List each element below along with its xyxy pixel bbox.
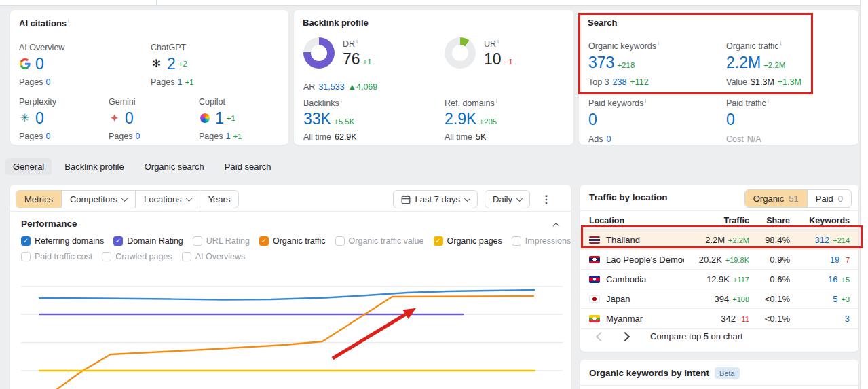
location-name: Thailand [606,235,640,245]
chart-mode-segmented-control: MetricsCompetitorsLocationsYears [16,190,239,208]
info-icon: i [645,97,646,104]
column-header-location[interactable]: Location [589,216,684,225]
ai-metric-pages-value[interactable]: 0 [135,132,140,141]
ai-metric-pages-value[interactable]: 1 [225,132,230,141]
paid-toggle[interactable]: Paid0 [807,190,851,207]
share-cell: <0.1% [749,314,790,324]
location-row-lao-people-s-democratic-reput[interactable]: Lao People's Democratic Reput20.2K+19.8K… [580,250,858,270]
keywords-by-intent-card: Organic keywords by intent Beta [580,360,858,389]
info-icon: i [497,38,499,45]
search-metric-change: +218 [617,61,635,69]
ai-citations-card: AI citationsi AI Overview0Pages0ChatGPT✻… [10,10,288,145]
granularity-label: Daily [493,194,512,204]
organic-toggle[interactable]: Organic51 [745,190,807,207]
more-options-kebab-icon[interactable]: ⋮ [537,191,556,207]
series-referring-domains [39,290,534,300]
ahrefs-rank-value[interactable]: 31,533 [318,82,344,92]
checkbox-referring-domains[interactable]: ✓Referring domains [21,236,104,246]
segment-metrics[interactable]: Metrics [16,191,61,208]
share-cell: <0.1% [749,294,790,304]
unchecked-checkbox-icon [102,252,111,261]
checked-checkbox-icon: ✓ [434,236,443,246]
toolbar-divider [10,211,571,212]
date-range-button[interactable]: Last 7 days [393,190,478,208]
checkbox-crawled-pages[interactable]: Crawled pages [102,252,172,261]
backlinks-change: +5.5K [334,117,354,126]
search-metric-value[interactable]: 0 [726,111,735,128]
compare-top5-link[interactable]: Compare top 5 on chart [650,331,743,341]
ai-metric-value[interactable]: 0 [35,56,44,72]
granularity-button[interactable]: Daily [485,190,530,208]
location-name: Myanmar [606,314,643,324]
column-header-keywords[interactable]: Keywords [790,216,850,225]
dr-value: 76 [343,50,360,68]
info-icon: i [768,97,769,104]
location-row-cambodia[interactable]: Cambodia12.9K+1170.6%16+5 [580,270,858,289]
cambodia-flag-icon [589,276,600,283]
japan-flag-icon [589,295,600,303]
checkbox-organic-traffic[interactable]: ✓Organic traffic [259,236,326,246]
tab-general[interactable]: General [5,158,52,175]
chevron-down-icon [185,195,192,202]
next-page-chevron-icon[interactable] [620,331,630,341]
tab-paid-search[interactable]: Paid search [217,158,279,175]
checkbox-organic-pages[interactable]: ✓Organic pages [434,236,502,246]
location-row-thailand[interactable]: Thailand2.2M+2.2M98.4%312+214 [580,230,858,250]
keywords-link[interactable]: 19 [830,255,839,265]
ref-domains-value[interactable]: 2.9K [445,110,476,128]
keywords-cell: 16+5 [790,274,850,284]
ur-value: 10 [484,50,502,68]
prev-page-chevron-icon[interactable] [596,331,605,341]
keywords-link[interactable]: 3 [845,314,850,324]
checkbox-ai-overviews[interactable]: AI Overviews [182,252,246,261]
checkbox-organic-traffic-value[interactable]: Organic traffic value [335,236,424,246]
ai-metric-value[interactable]: 2 [167,56,176,72]
checkbox-url-rating[interactable]: URL Rating [193,236,250,246]
top-row-divider [156,0,157,5]
scrollbar-track[interactable] [860,0,868,389]
ai-metric-pages-value[interactable]: 1 [177,77,182,87]
checked-checkbox-icon: ✓ [259,236,269,246]
ai-metric-pages-value[interactable]: 0 [45,132,50,141]
location-table: LocationTrafficShareKeywordsThailand2.2M… [580,212,858,329]
collapse-chevron-up-icon[interactable] [553,223,560,229]
ai-metric-value[interactable]: 1 [215,110,224,126]
info-icon: i [780,40,782,47]
column-header-share[interactable]: Share [749,216,790,225]
search-metric-paid-traffic: Paid traffici0CostN/A [726,97,769,144]
ai-metric-pages-value[interactable]: 0 [45,77,50,87]
chevron-down-icon [516,195,523,202]
keywords-link[interactable]: 312 [815,235,830,245]
search-metric-value[interactable]: 2.2M [726,54,761,71]
checkbox-paid-traffic-cost[interactable]: Paid traffic cost [21,252,92,261]
copilot-icon [199,113,210,124]
annotation-arrow [333,313,408,358]
backlinks-value[interactable]: 33K [303,110,331,128]
ai-metric-value[interactable]: 0 [35,110,44,126]
search-metric-value[interactable]: 0 [588,111,597,128]
segment-locations[interactable]: Locations [135,191,200,208]
location-name: Cambodia [606,274,646,284]
tab-backlink-profile[interactable]: Backlink profile [57,158,131,175]
checkbox-impressions[interactable]: Impressions [512,236,571,246]
checkbox-domain-rating[interactable]: ✓Domain Rating [113,236,183,246]
ai-metric-value[interactable]: 0 [125,110,134,126]
location-row-japan[interactable]: Japan394+108<0.1%5+3 [580,289,858,309]
keywords-link[interactable]: 5 [833,294,837,304]
keywords-link[interactable]: 16 [828,274,837,284]
checkbox-label: Organic pages [447,236,502,246]
gemini-icon: ✦ [109,113,120,124]
segment-years[interactable]: Years [200,191,239,208]
location-row-myanmar[interactable]: Myanmar342-11<0.1%3 [580,309,858,329]
segment-competitors[interactable]: Competitors [61,191,135,208]
ai-metric-label: Perplexity [19,97,56,107]
checkbox-label: Paid traffic cost [35,252,92,261]
backlinks-label: Backlinksi [303,97,360,108]
search-metric-value[interactable]: 373 [588,54,614,71]
share-cell: 0.9% [749,255,790,265]
search-metric-label: Organic keywordsi [588,40,659,51]
unchecked-checkbox-icon [335,236,345,246]
checkbox-label: URL Rating [206,236,250,246]
tab-organic-search[interactable]: Organic search [137,158,212,175]
column-header-traffic[interactable]: Traffic [684,216,749,225]
